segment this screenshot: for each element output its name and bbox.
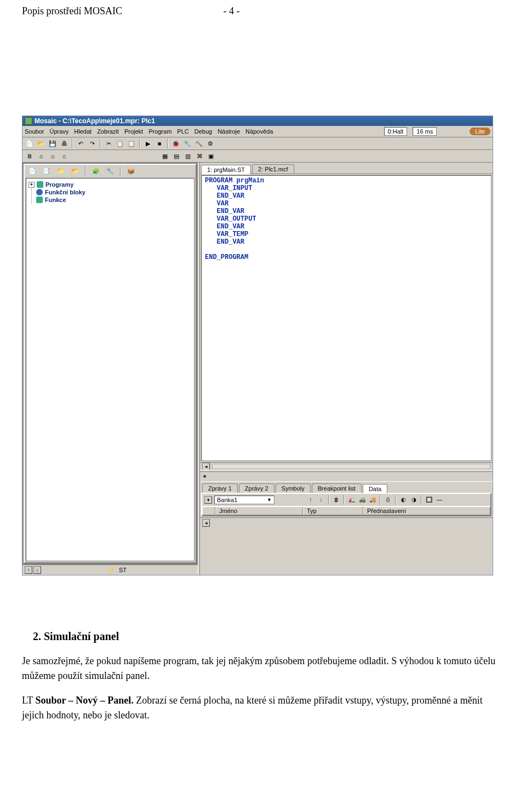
editor-tab-1[interactable]: 1: prgMain.ST (201, 165, 251, 174)
tb-save-icon[interactable]: 💾 (48, 139, 58, 148)
paragraph-2: LT Soubor – Nový – Panel. Zobrazí se čer… (22, 693, 504, 723)
document-header: Popis prostředí MOSAIC - 4 - (22, 5, 504, 17)
tb2-layout-icon[interactable]: ▤ (171, 151, 181, 161)
tree-tb-icon[interactable]: 🧩 (90, 166, 101, 176)
expand-icon[interactable]: + (28, 182, 35, 188)
tab-zpravy2[interactable]: Zprávy 2 (239, 483, 275, 493)
menu-program[interactable]: Program (148, 128, 171, 135)
tb-tool-icon[interactable]: 🔧 (182, 139, 192, 148)
menu-debug[interactable]: Debug (195, 128, 212, 135)
menu-plc[interactable]: PLC (177, 128, 188, 135)
tree-tb-icon[interactable]: 📄 (27, 166, 38, 176)
scroll-left-icon[interactable]: ◂ (202, 519, 210, 527)
truck-icon[interactable]: 🚛 (347, 495, 356, 504)
truck-icon[interactable]: 🚚 (368, 495, 377, 504)
trash-icon[interactable]: 🗑 (332, 495, 341, 504)
editor-tab-2[interactable]: 2: Plc1.mcf (252, 164, 294, 174)
tb2-layout-icon[interactable]: ▦ (160, 151, 170, 161)
data-down-icon[interactable]: ↓ (317, 495, 325, 504)
tree-tb-icon[interactable]: 📦 (125, 166, 136, 176)
tb-paste-icon[interactable]: 📋 (127, 139, 136, 148)
tb2-icon[interactable]: 🗎 (25, 151, 35, 161)
status-ms: 16 ms (413, 127, 437, 136)
code-line: END_PROGRAM (205, 254, 248, 261)
header-blank[interactable] (202, 506, 215, 515)
tb-open-icon[interactable]: 📂 (36, 139, 46, 148)
tree-item-funkcni-bloky[interactable]: Funkční bloky (36, 188, 192, 196)
menu-soubor[interactable]: Soubor (25, 128, 44, 135)
tb2-layout-icon[interactable]: ▣ (206, 151, 216, 161)
function-icon (36, 197, 43, 203)
scroll-left-icon[interactable]: ◂ (202, 463, 210, 470)
tb-sep (421, 495, 422, 505)
code-line: END_VAR (205, 238, 244, 246)
tb-undo-icon[interactable]: ↶ (76, 139, 85, 148)
tab-breakpoint[interactable]: Breakpoint list (312, 483, 362, 493)
code-line: VAR_INPUT (205, 185, 252, 192)
tb2-layout-icon[interactable]: ⌘ (195, 151, 204, 161)
tree-toolbar: 📄 📑 📁 📂 🧩 🔧 📦 (25, 165, 196, 177)
menu-napoveda[interactable]: Nápověda (245, 128, 273, 135)
status-halt: 0:Halt (384, 127, 408, 136)
tb2-layout-icon[interactable]: ▥ (183, 151, 193, 161)
collapse-icon[interactable]: ▾ (204, 496, 212, 504)
tab-symboly[interactable]: Symboly (276, 483, 311, 493)
editor-horizontal-scrollbar[interactable]: ◂ (200, 462, 493, 470)
menu-upravy[interactable]: Úpravy (49, 128, 68, 135)
tb-run-icon[interactable]: ▶ (143, 139, 153, 148)
tb-redo-icon[interactable]: ↷ (87, 139, 97, 148)
down-arrow-icon[interactable]: ↓ (33, 566, 41, 574)
data-up-icon[interactable]: ↑ (306, 495, 315, 504)
tb-cut-icon[interactable]: ✂ (104, 139, 113, 148)
header-typ[interactable]: Typ (303, 506, 363, 515)
doc-header-right: - 4 - (224, 5, 240, 17)
tb-debug-icon[interactable]: 🐞 (171, 139, 181, 148)
window-title: Mosaic - C:\TecoApp\meje01.mpr: Plc1 (35, 117, 155, 125)
tb2-icon[interactable]: ⌂ (36, 151, 46, 161)
tb2-icon[interactable]: ⌂ (59, 151, 69, 161)
tb-stop-icon[interactable]: ■ (155, 139, 164, 148)
header-jmeno[interactable]: Jméno (215, 506, 303, 515)
tb-print-icon[interactable]: 🖶 (59, 139, 69, 148)
scroll-track[interactable] (212, 464, 490, 469)
tree-tb-icon[interactable]: 📂 (70, 166, 81, 176)
code-editor[interactable]: PROGRAM prgMain VAR_INPUT END_VAR VAR EN… (201, 175, 491, 461)
tb-new-icon[interactable]: 📄 (25, 139, 35, 148)
minus-icon[interactable]: — (435, 495, 444, 504)
tb2-icon[interactable]: ⌂ (48, 151, 58, 161)
tree-tb-icon[interactable]: 🔧 (105, 166, 116, 176)
lang-label: ST (119, 567, 127, 573)
menu-hledat[interactable]: Hledat (74, 128, 92, 135)
tab-zpravy1[interactable]: Zprávy 1 (202, 483, 238, 493)
block-icon (36, 189, 43, 195)
mode-icon[interactable]: ◐ (399, 495, 408, 504)
truck-icon[interactable]: 🚜 (358, 495, 367, 504)
tree-tb-icon[interactable]: 📁 (55, 166, 66, 176)
window-titlebar[interactable]: Mosaic - C:\TecoApp\meje01.mpr: Plc1 (22, 116, 493, 126)
menu-zobrazit[interactable]: Zobrazit (97, 128, 119, 135)
header-prednastaveni[interactable]: Přednastavení (363, 506, 490, 515)
tb-copy-icon[interactable]: 📋 (115, 139, 125, 148)
paragraph-1: Je samozřejmé, že pokud napíšeme program… (22, 654, 504, 683)
code-line: END_VAR (205, 223, 244, 231)
menu-projekt[interactable]: Projekt (124, 128, 143, 135)
tree-item-funkce[interactable]: Funkce (36, 196, 192, 204)
tab-data[interactable]: Data (363, 484, 387, 493)
output-tabs: Zprávy 1 Zprávy 2 Symboly Breakpoint lis… (200, 481, 493, 493)
right-pane-status: ◂ (200, 517, 493, 528)
tb-build-icon[interactable]: 🔨 (194, 139, 204, 148)
up-arrow-icon[interactable]: ↑ (25, 566, 32, 574)
project-tree[interactable]: + Programy Funkční bloky Funkce (26, 178, 195, 561)
print-icon[interactable]: ⎙ (384, 495, 392, 504)
menu-nastroje[interactable]: Nástroje (218, 128, 240, 135)
tree-item-programy[interactable]: + Programy (28, 181, 192, 188)
bank-select[interactable]: Banka1 ▼ (214, 496, 275, 504)
tree-tb-icon[interactable]: 📑 (41, 166, 52, 176)
tb-settings-icon[interactable]: ⚙ (205, 139, 215, 148)
tb-sep (167, 139, 168, 148)
window-icon[interactable]: 🔲 (425, 495, 433, 504)
p2-prefix: LT (22, 695, 36, 706)
tb-sep (328, 495, 329, 505)
mode-icon[interactable]: ◑ (409, 495, 418, 504)
wand-icon[interactable]: ✴ (202, 473, 207, 480)
